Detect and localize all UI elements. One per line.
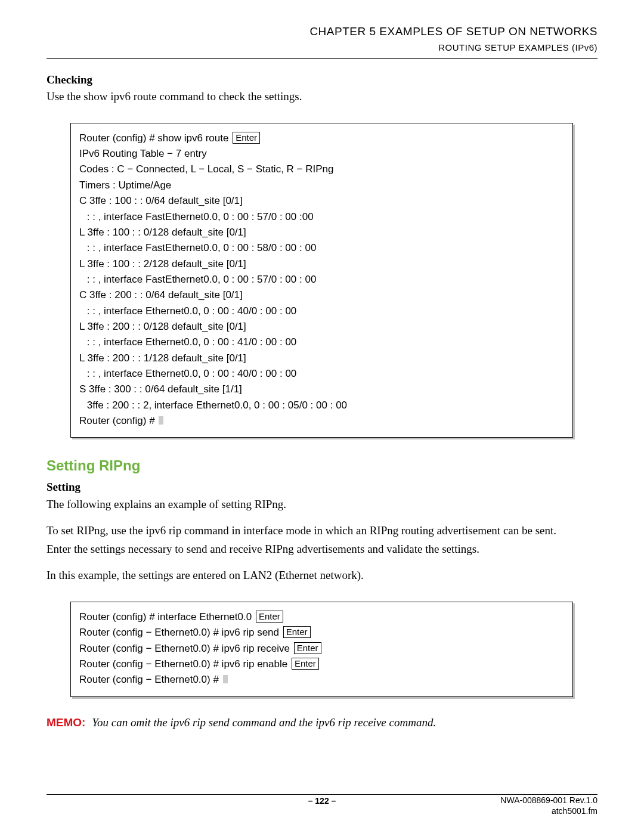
code-text: Router (config − Ethernet0.0) # ipv6 rip… [79,643,293,654]
code-line: L 3ffe : 200 : : 0/128 default_site [0/1… [79,319,564,335]
code-line: L 3ffe : 100 : : 0/128 default_site [0/1… [79,225,564,240]
page-header: CHAPTER 5 EXAMPLES OF SETUP ON NETWORKS … [47,24,597,54]
code-box-ripng: Router (config) # interface Ethernet0.0 … [70,602,573,697]
code-line: S 3ffe : 300 : : 0/64 default_site [1/1] [79,382,564,397]
code-prompt: Router (config) # [79,415,157,426]
code-prompt: Router (config − Ethernet0.0) # [79,674,222,685]
code-text: Router (config) # show ipv6 route [79,132,231,144]
code-line: C 3ffe : 100 : : 0/64 default_site [0/1] [79,193,564,209]
enter-key-icon: Enter [294,642,321,654]
code-line: : : , interface FastEthernet0.0, 0 : 00 … [79,209,564,225]
checking-heading: Checking [47,72,597,88]
chapter-subtitle: ROUTING SETUP EXAMPLES (IPv6) [47,41,597,54]
code-line: Timers : Uptime/Age [79,178,564,193]
code-line: 3ffe : 200 : : 2, interface Ethernet0.0,… [79,398,564,413]
code-line: Router (config − Ethernet0.0) # ipv6 rip… [79,641,564,657]
setting-p2: To set RIPng, use the ipv6 rip command i… [47,523,597,539]
code-line: L 3ffe : 100 : : 2/128 default_site [0/1… [79,256,564,272]
code-line: IPv6 Routing Table − 7 entry [79,146,564,162]
code-line: : : , interface Ethernet0.0, 0 : 00 : 40… [79,304,564,319]
checking-text: Use the show ipv6 route command to check… [47,89,597,105]
code-text: Router (config − Ethernet0.0) # ipv6 rip… [79,627,282,638]
code-line: Router (config) # [79,413,564,429]
page-footer: – 122 – NWA-008869-001 Rev.1.0 atch5001.… [47,795,597,816]
section-heading-ripng: Setting RIPng [47,456,597,476]
setting-heading: Setting [47,479,597,496]
code-line: C 3ffe : 200 : : 0/64 default_site [0/1] [79,287,564,303]
code-text: Router (config − Ethernet0.0) # ipv6 rip… [79,658,290,670]
enter-key-icon: Enter [283,626,311,638]
enter-key-icon: Enter [292,658,319,670]
code-line: Codes : C − Connected, L − Local, S − St… [79,162,564,177]
enter-key-icon: Enter [256,611,283,623]
memo-text: You can omit the ipv6 rip send command a… [92,716,436,729]
code-line: Router (config) # interface Ethernet0.0 … [79,609,564,625]
code-line: L 3ffe : 200 : : 1/128 default_site [0/1… [79,351,564,366]
setting-p1: The following explains an example of set… [47,497,597,513]
code-box-show-route: Router (config) # show ipv6 route Enter … [70,123,573,438]
code-line: : : , interface Ethernet0.0, 0 : 00 : 41… [79,335,564,350]
doc-file: atch5001.fm [500,806,597,817]
memo-block: MEMO: You can omit the ipv6 rip send com… [47,715,597,731]
footer-rule [47,794,597,795]
code-line: Router (config − Ethernet0.0) # ipv6 rip… [79,625,564,640]
header-rule [47,58,597,59]
code-line: : : , interface FastEthernet0.0, 0 : 00 … [79,272,564,287]
cursor-icon [223,675,228,683]
code-line: Router (config) # show ipv6 route Enter [79,131,564,146]
setting-p3: Enter the settings necessary to send and… [47,541,597,558]
enter-key-icon: Enter [233,132,260,144]
memo-label: MEMO: [47,716,85,729]
code-line: : : , interface FastEthernet0.0, 0 : 00 … [79,240,564,256]
doc-revision: NWA-008869-001 Rev.1.0 [500,795,597,806]
footer-meta: NWA-008869-001 Rev.1.0 atch5001.fm [500,795,597,816]
code-line: : : , interface Ethernet0.0, 0 : 00 : 40… [79,366,564,382]
code-text: Router (config) # interface Ethernet0.0 [79,611,255,623]
chapter-title: CHAPTER 5 EXAMPLES OF SETUP ON NETWORKS [47,24,597,40]
setting-p4: In this example, the settings are entere… [47,568,597,584]
code-line: Router (config − Ethernet0.0) # ipv6 rip… [79,657,564,672]
cursor-icon [159,416,163,425]
code-line: Router (config − Ethernet0.0) # [79,672,564,688]
page-number: – 122 – [308,795,336,807]
